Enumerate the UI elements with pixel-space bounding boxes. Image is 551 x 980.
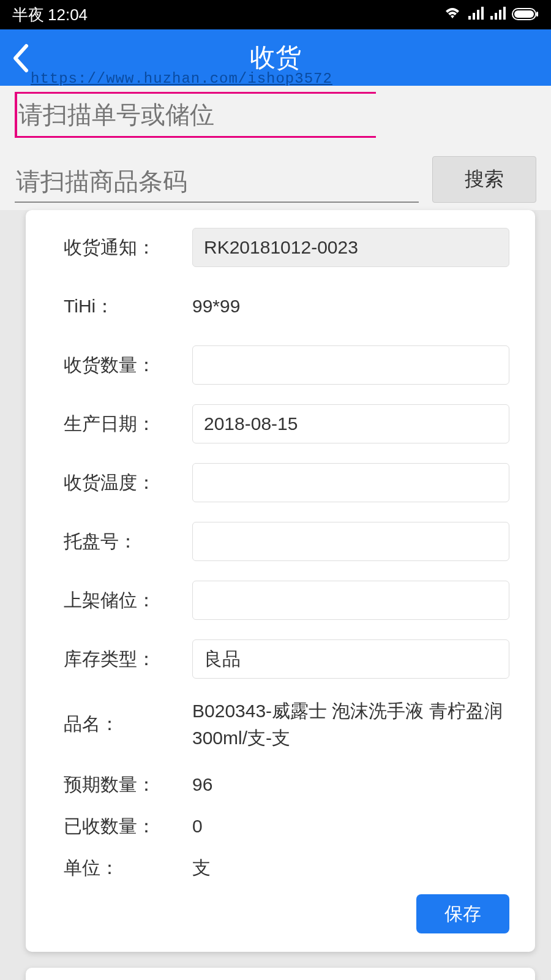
time-prefix: 半夜 [12, 4, 44, 26]
signal-icon-1 [468, 6, 484, 24]
receive-temp-label: 收货温度： [64, 470, 192, 496]
svg-rect-9 [536, 12, 538, 17]
battery-icon [512, 6, 539, 24]
tihi-label: TiHi： [64, 294, 192, 319]
svg-rect-10 [514, 10, 534, 18]
product-value: B020343-威露士 泡沫洗手液 青柠盈润 300ml/支-支 [192, 698, 509, 751]
receive-qty-label: 收货数量： [64, 353, 192, 378]
received-qty-label: 已收数量： [64, 814, 192, 839]
received-qty-value: 0 [192, 816, 203, 837]
receive-temp-input[interactable] [192, 463, 509, 502]
status-time: 12:04 [48, 6, 88, 24]
svg-rect-2 [477, 10, 479, 20]
prod-date-input[interactable] [192, 404, 509, 443]
svg-rect-0 [468, 16, 471, 20]
watermark-url: https://www.huzhan.com/ishop3572 [31, 70, 332, 87]
page-title: 收货 [0, 40, 551, 75]
app-header: 收货 https://www.huzhan.com/ishop3572 [0, 29, 551, 86]
wifi-icon [443, 6, 462, 24]
stock-type-label: 库存类型： [64, 647, 192, 672]
search-area: 搜索 [0, 86, 551, 210]
receive-notice-value: RK20181012-0023 [192, 228, 509, 267]
prod-date-label: 生产日期： [64, 412, 192, 437]
next-card-peek [26, 968, 535, 980]
expected-qty-value: 96 [192, 774, 212, 795]
status-bar: 半夜12:04 [0, 0, 551, 29]
pallet-label: 托盘号： [64, 529, 192, 554]
svg-rect-4 [490, 16, 493, 20]
shelf-loc-input[interactable] [192, 581, 509, 620]
tihi-value: 99*99 [192, 296, 240, 317]
receive-card: 收货通知： RK20181012-0023 TiHi： 99*99 收货数量： … [26, 210, 535, 952]
svg-rect-1 [473, 13, 475, 20]
unit-value: 支 [192, 856, 211, 881]
pallet-input[interactable] [192, 522, 509, 561]
svg-rect-5 [495, 13, 497, 20]
expected-qty-label: 预期数量： [64, 772, 192, 797]
svg-rect-6 [499, 10, 501, 20]
stock-type-input[interactable] [192, 639, 509, 679]
svg-rect-3 [481, 7, 484, 20]
save-button[interactable]: 保存 [416, 894, 509, 933]
scan-barcode-input[interactable] [15, 162, 419, 203]
scan-order-input[interactable] [15, 92, 376, 138]
unit-label: 单位： [64, 856, 192, 881]
back-icon[interactable] [11, 43, 29, 76]
receive-notice-label: 收货通知： [64, 235, 192, 260]
receive-qty-input[interactable] [192, 345, 509, 385]
svg-rect-7 [503, 7, 506, 20]
search-button[interactable]: 搜索 [432, 156, 536, 203]
signal-icon-2 [490, 6, 506, 24]
product-label: 品名： [64, 712, 192, 737]
shelf-loc-label: 上架储位： [64, 588, 192, 613]
